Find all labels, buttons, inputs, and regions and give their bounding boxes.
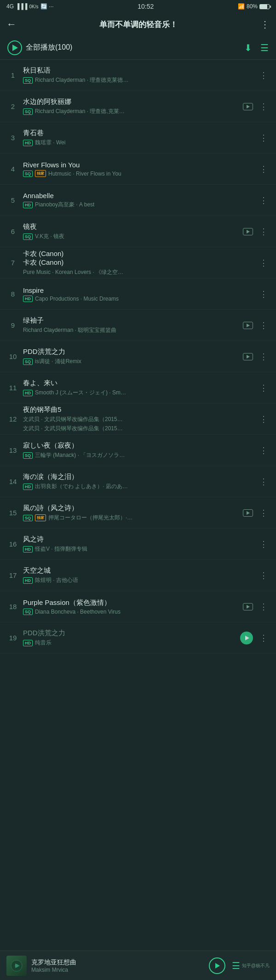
song-more-button[interactable]: ⋮ (258, 569, 270, 582)
list-item[interactable]: 2水边的阿狄丽娜SQRichard Clayderman · 理查德,克莱…⋮ (0, 91, 276, 122)
quality-badge: SQ (23, 171, 33, 177)
song-title-row: Inspire (23, 286, 254, 294)
video-icon[interactable] (243, 322, 253, 329)
song-title-row: 镜夜 (23, 222, 239, 231)
list-item[interactable]: 14海の涙（海之泪）HD出羽良影（でわ よしあき）· 凪のあ…⋮ (0, 466, 276, 497)
list-item[interactable]: 4River Flows in YouSQ独家Hutmusic · River … (0, 154, 276, 185)
list-item[interactable]: 13寂しい夜（寂夜）SQ三輪学 (Manack) · 「ヨスガノソラ…⋮ (0, 435, 276, 466)
list-item[interactable]: 18Purple Passion（紫色激情）SQDiana Boncheva ·… (0, 591, 276, 622)
song-title-row: PDD洪荒之力 (23, 629, 236, 638)
song-more-button[interactable]: ⋮ (258, 287, 270, 301)
song-more-button[interactable]: ⋮ (258, 68, 270, 82)
np-list-icon[interactable]: ☰ (232, 960, 240, 971)
song-artist: Hutmusic · River Flows in You (48, 171, 121, 177)
list-item[interactable]: 3青石巷HD魏瑶霏 · Wei⋮ (0, 122, 276, 154)
song-title-row: 寂しい夜（寂夜） (23, 441, 254, 450)
list-item[interactable]: 6镜夜SQV.K克 · 镜夜⋮ (0, 216, 276, 247)
song-artist: Richard Clayderman · 理查德克莱德… (35, 76, 128, 84)
song-number: 15 (6, 509, 19, 517)
video-play-icon (247, 355, 250, 359)
song-more-button[interactable]: ⋮ (258, 631, 270, 645)
song-more-button[interactable]: ⋮ (258, 600, 270, 614)
song-title: River Flows in You (23, 161, 254, 169)
song-info: Purple Passion（紫色激情）SQDiana Boncheva · B… (23, 598, 239, 615)
now-playing-bar: 克罗地亚狂想曲 Maksim Mrvica ☰ 知乎@杨不凡 (0, 951, 276, 980)
song-info: AnnabelleHDPianoboy高至豪 · A best (23, 192, 254, 209)
play-triangle-icon (12, 45, 18, 51)
song-more-button[interactable]: ⋮ (258, 256, 270, 270)
np-thumbnail[interactable] (6, 956, 27, 976)
list-item[interactable]: 1秋日私语SQRichard Clayderman · 理查德克莱德…⋮ (0, 60, 276, 91)
song-title-row: 青石巷 (23, 129, 254, 137)
song-more-button[interactable]: ⋮ (258, 225, 270, 239)
song-number: 1 (6, 71, 19, 79)
np-info: 克罗地亚狂想曲 Maksim Mrvica (31, 958, 209, 973)
list-icon[interactable]: ☰ (260, 42, 269, 53)
song-actions: ⋮ (243, 350, 270, 364)
song-more-button[interactable]: ⋮ (258, 319, 270, 332)
play-circle-icon[interactable] (7, 40, 22, 55)
song-actions: ⋮ (258, 194, 270, 207)
list-item[interactable]: 12夜的钢琴曲5文武贝 · 文武贝钢琴改编作品集（2015…文武贝 · 文武贝钢… (0, 404, 276, 435)
download-icon[interactable]: ⬇ (244, 42, 252, 53)
song-more-button[interactable]: ⋮ (258, 381, 270, 395)
quality-badge: HD (23, 546, 33, 553)
list-item[interactable]: 16风之诗HD怪盗V · 指弹翻弹专辑⋮ (0, 529, 276, 560)
video-icon[interactable] (243, 509, 253, 517)
song-more-button[interactable]: ⋮ (258, 506, 270, 520)
song-info: InspireHDCapo Productions · Music Dreams (23, 286, 254, 302)
song-more-button[interactable]: ⋮ (258, 350, 270, 364)
list-item[interactable]: 9绿袖子Richard Clayderman · 聪明宝宝摇篮曲⋮ (0, 310, 276, 341)
signal-bars: ▐▐▐ (16, 3, 28, 10)
song-more-button[interactable]: ⋮ (258, 162, 270, 176)
song-more-button[interactable]: ⋮ (258, 444, 270, 457)
song-subtitle-row2: 文武贝 · 文武贝钢琴改编作品集（2015… (23, 425, 254, 433)
song-title-row: 天空之城 (23, 566, 254, 575)
song-actions: ⋮ (258, 412, 270, 426)
song-actions: ⋮ (243, 319, 270, 332)
song-artist: 怪盗V · 指弹翻弹专辑 (35, 545, 87, 553)
video-icon[interactable] (243, 228, 253, 235)
exclusive-badge: 独家 (35, 170, 46, 177)
list-item[interactable]: 7卡农 (Canon)卡农 (Canon)Pure Music · Korean… (0, 247, 276, 279)
song-subtitle-row: Richard Clayderman · 聪明宝宝摇篮曲 (23, 326, 239, 334)
song-more-button[interactable]: ⋮ (258, 100, 270, 114)
song-more-button[interactable]: ⋮ (258, 131, 270, 145)
list-item[interactable]: 8InspireHDCapo Productions · Music Dream… (0, 279, 276, 310)
quality-badge: SQ (23, 609, 33, 615)
song-more-button[interactable]: ⋮ (258, 412, 270, 426)
list-item[interactable]: 19PDD洪荒之力HD纯音乐⋮ (0, 622, 276, 654)
song-title: 水边的阿狄丽娜 (23, 97, 239, 106)
list-item[interactable]: 10PDD洪荒之力SQis调徒 · 涌徒Remix⋮ (0, 341, 276, 372)
np-play-button[interactable] (209, 957, 225, 974)
header: ← 单而不单调的轻音乐！ ⋮ (0, 13, 276, 36)
song-number: 10 (6, 353, 19, 360)
song-more-button[interactable]: ⋮ (258, 194, 270, 207)
video-icon[interactable] (243, 603, 253, 610)
song-actions: ⋮ (243, 600, 270, 614)
more-button[interactable]: ⋮ (260, 19, 270, 30)
song-actions: ⋮ (258, 444, 270, 457)
play-all-button[interactable]: 全部播放(100) (7, 40, 244, 55)
song-more-button[interactable]: ⋮ (258, 475, 270, 489)
np-zhihu-watermark: 知乎@杨不凡 (242, 963, 270, 969)
video-icon[interactable] (243, 353, 253, 360)
list-item[interactable]: 15風の詩（风之诗）SQ独家押尾コータロー（押尾光太郎）·…⋮ (0, 497, 276, 529)
list-item[interactable]: 17天空之城HD陈煜明 · 吉他心语⋮ (0, 560, 276, 591)
song-subtitle-row: SQDiana Boncheva · Beethoven Virus (23, 609, 239, 615)
list-item[interactable]: 5AnnabelleHDPianoboy高至豪 · A best⋮ (0, 185, 276, 216)
np-title: 克罗地亚狂想曲 (31, 958, 209, 967)
song-number: 17 (6, 571, 19, 579)
video-play-icon (247, 511, 250, 515)
song-title: 風の詩（风之诗） (23, 504, 239, 513)
back-button[interactable]: ← (6, 18, 17, 30)
song-artist: V.K克 · 镜夜 (35, 233, 64, 240)
song-title-row: 绿袖子 (23, 316, 239, 325)
video-icon[interactable] (243, 103, 253, 110)
time-display: 10:52 (138, 3, 154, 10)
list-item[interactable]: 11春よ、来いHDSmooth J (スムース・ジェイ) · Sm…⋮ (0, 372, 276, 404)
song-title-row: 春よ、来い (23, 379, 254, 387)
song-actions: ⋮ (240, 631, 270, 645)
song-number: 13 (6, 446, 19, 454)
song-more-button[interactable]: ⋮ (258, 537, 270, 551)
